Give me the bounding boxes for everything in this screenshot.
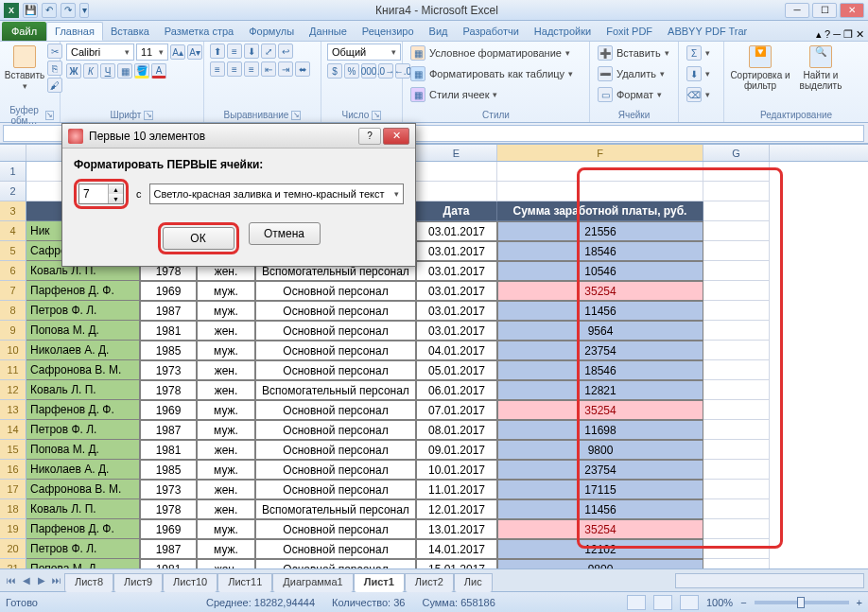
clipboard-dialog-launcher[interactable]: ↘ bbox=[45, 111, 54, 120]
align-right-icon[interactable]: ≡ bbox=[244, 61, 259, 77]
insert-cells-button[interactable]: ➕Вставить▾ bbox=[596, 44, 671, 62]
cell-dept[interactable]: Основной персонал bbox=[255, 539, 416, 559]
cell-year[interactable]: 1981 bbox=[140, 559, 197, 568]
cell-year[interactable]: 1987 bbox=[140, 539, 197, 559]
header-E[interactable]: Дата bbox=[416, 201, 497, 221]
name-box[interactable] bbox=[3, 125, 63, 142]
cell-name[interactable]: Петров Ф. Л. bbox=[26, 420, 140, 440]
autosum-button[interactable]: Σ▾ bbox=[685, 44, 712, 62]
cell-dept[interactable]: Основной персонал bbox=[255, 519, 416, 539]
delete-cells-button[interactable]: ➖Удалить▾ bbox=[596, 64, 667, 83]
zoom-out-icon[interactable]: − bbox=[740, 597, 746, 608]
cell-name[interactable]: Парфенов Д. Ф. bbox=[26, 519, 140, 539]
inc-decimal-icon[interactable]: .0→ bbox=[378, 63, 393, 79]
font-color-icon[interactable]: A bbox=[151, 63, 166, 79]
ribbon-tab-8[interactable]: Надстройки bbox=[527, 22, 599, 41]
cell-gender[interactable]: муж. bbox=[197, 539, 255, 559]
cell-dept[interactable]: Основной персонал bbox=[255, 360, 416, 380]
cell-sum[interactable]: 35254 bbox=[497, 281, 703, 301]
cell-date[interactable]: 12.01.2017 bbox=[416, 499, 497, 519]
bold-icon[interactable]: Ж bbox=[66, 63, 81, 79]
cell-gender[interactable]: жен. bbox=[197, 360, 255, 380]
col-F[interactable]: F bbox=[497, 145, 703, 161]
shrink-font-icon[interactable]: A▾ bbox=[187, 44, 202, 60]
grow-font-icon[interactable]: A▴ bbox=[170, 44, 185, 60]
save-icon[interactable]: 💾 bbox=[23, 3, 38, 18]
cell-sum[interactable]: 9564 bbox=[497, 321, 703, 341]
sheet-tab[interactable]: Лис bbox=[454, 573, 493, 592]
count-spinner[interactable]: ▲▼ bbox=[78, 184, 124, 204]
zoom-value[interactable]: 100% bbox=[706, 597, 733, 608]
cell-name[interactable]: Петров Ф. Л. bbox=[26, 539, 140, 559]
currency-icon[interactable]: $ bbox=[327, 63, 342, 79]
cell-year[interactable]: 1981 bbox=[140, 440, 197, 460]
header-F[interactable]: Сумма заработной платы, руб. bbox=[497, 201, 703, 221]
cell-name[interactable]: Николаев А. Д. bbox=[26, 341, 140, 360]
cell-name[interactable]: Попова М. Д. bbox=[26, 321, 140, 341]
cell-gender[interactable]: муж. bbox=[197, 281, 255, 301]
cell-gender[interactable]: жен. bbox=[197, 499, 255, 519]
cell-name[interactable]: Николаев А. Д. bbox=[26, 460, 140, 480]
close-button[interactable]: ✕ bbox=[840, 3, 864, 18]
cell-dept[interactable]: Основной персонал bbox=[255, 420, 416, 440]
cell-name[interactable]: Парфенов Д. Ф. bbox=[26, 400, 140, 420]
cell-year[interactable]: 1987 bbox=[140, 420, 197, 440]
format-as-table-button[interactable]: ▦Форматировать как таблицу▾ bbox=[408, 64, 575, 83]
cell-sum[interactable]: 9800 bbox=[497, 559, 703, 568]
row-header[interactable]: 16 bbox=[0, 460, 26, 480]
sheet-tab[interactable]: Лист8 bbox=[64, 573, 113, 592]
cell-sum[interactable]: 12821 bbox=[497, 380, 703, 400]
cell-date[interactable]: 13.01.2017 bbox=[416, 519, 497, 539]
sort-filter-button[interactable]: 🔽Сортировка и фильтр bbox=[730, 44, 790, 91]
help-icon[interactable]: ? bbox=[825, 28, 830, 41]
font-name-combo[interactable]: Calibri▾ bbox=[66, 44, 134, 61]
sheet-tab[interactable]: Диаграмма1 bbox=[272, 573, 353, 592]
cell-gender[interactable]: жен. bbox=[197, 380, 255, 400]
cell-date[interactable]: 11.01.2017 bbox=[416, 480, 497, 499]
horizontal-scrollbar[interactable] bbox=[675, 573, 864, 588]
cell-date[interactable]: 08.01.2017 bbox=[416, 420, 497, 440]
row-header[interactable]: 5 bbox=[0, 241, 26, 261]
cell-date[interactable]: 03.01.2017 bbox=[416, 301, 497, 321]
cell-sum[interactable]: 23754 bbox=[497, 460, 703, 480]
spin-down-icon[interactable]: ▼ bbox=[108, 194, 123, 203]
count-input[interactable] bbox=[79, 184, 108, 203]
cell-dept[interactable]: Основной персонал bbox=[255, 559, 416, 568]
cell-name[interactable]: Попова М. Д. bbox=[26, 440, 140, 460]
row-header[interactable]: 14 bbox=[0, 420, 26, 440]
format-cells-button[interactable]: ▭Формат▾ bbox=[596, 85, 664, 104]
indent-dec-icon[interactable]: ⇤ bbox=[261, 61, 276, 77]
sheet-tab[interactable]: Лист1 bbox=[354, 573, 405, 592]
cell-dept[interactable]: Основной персонал bbox=[255, 440, 416, 460]
cancel-button[interactable]: Отмена bbox=[249, 222, 321, 245]
view-normal-icon[interactable] bbox=[627, 595, 646, 610]
comma-icon[interactable]: 000 bbox=[361, 63, 376, 79]
align-dialog-launcher[interactable]: ↘ bbox=[291, 111, 301, 120]
align-middle-icon[interactable]: ≡ bbox=[227, 44, 242, 59]
cell-year[interactable]: 1969 bbox=[140, 519, 197, 539]
ribbon-minimize-icon[interactable]: ▴ bbox=[816, 28, 822, 41]
cell-gender[interactable]: жен. bbox=[197, 559, 255, 568]
ribbon-tab-9[interactable]: Foxit PDF bbox=[599, 22, 660, 41]
ok-button[interactable]: ОК bbox=[163, 227, 234, 250]
cell-date[interactable]: 03.01.2017 bbox=[416, 321, 497, 341]
cell-date[interactable]: 03.01.2017 bbox=[416, 281, 497, 301]
cell-name[interactable]: Петров Ф. Л. bbox=[26, 301, 140, 321]
row-header[interactable]: 8 bbox=[0, 301, 26, 321]
align-left-icon[interactable]: ≡ bbox=[210, 61, 225, 77]
dialog-titlebar[interactable]: Первые 10 элементов ? ✕ bbox=[62, 124, 415, 149]
row-header[interactable]: 1 bbox=[0, 162, 26, 182]
cell-year[interactable]: 1985 bbox=[140, 460, 197, 480]
cell-date[interactable]: 10.01.2017 bbox=[416, 460, 497, 480]
ribbon-tab-5[interactable]: Рецензиро bbox=[355, 22, 422, 41]
cell-dept[interactable]: Основной персонал bbox=[255, 301, 416, 321]
align-center-icon[interactable]: ≡ bbox=[227, 61, 242, 77]
cell-year[interactable]: 1978 bbox=[140, 499, 197, 519]
cell-name[interactable]: Коваль Л. П. bbox=[26, 499, 140, 519]
row-header[interactable]: 11 bbox=[0, 360, 26, 380]
cell-gender[interactable]: муж. bbox=[197, 460, 255, 480]
sheet-tab[interactable]: Лист11 bbox=[217, 573, 272, 592]
row-header[interactable]: 18 bbox=[0, 499, 26, 519]
cell-sum[interactable]: 10546 bbox=[497, 261, 703, 281]
cell-sum[interactable]: 35254 bbox=[497, 400, 703, 420]
